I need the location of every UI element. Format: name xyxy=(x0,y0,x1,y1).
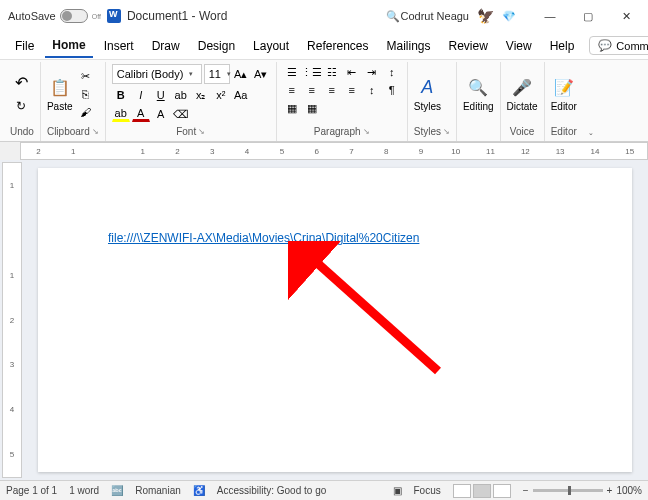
editing-button[interactable]: 🔍 Editing xyxy=(463,77,494,112)
highlight-icon[interactable]: ab xyxy=(112,106,130,122)
expand-icon[interactable]: ↘ xyxy=(198,127,205,136)
diamond-icon[interactable]: 💎 xyxy=(502,10,516,23)
zoom-in-button[interactable]: + xyxy=(607,485,613,496)
autosave-state: Off xyxy=(92,13,101,20)
format-painter-icon[interactable]: 🖌 xyxy=(76,104,94,120)
borders-icon[interactable]: ▦ xyxy=(303,100,321,116)
group-paragraph: ☰ ⋮☰ ☷ ⇤ ⇥ ↕ ≡ ≡ ≡ ≡ ↕ ¶ ▦ ▦ Paragraph↘ xyxy=(277,62,408,141)
redo-icon[interactable]: ↻ xyxy=(10,95,32,117)
dictate-button[interactable]: 🎤 Dictate xyxy=(507,77,538,112)
status-accessibility[interactable]: Accessibility: Good to go xyxy=(217,485,327,496)
status-focus[interactable]: Focus xyxy=(414,485,441,496)
bold-button[interactable]: B xyxy=(112,87,130,103)
mic-icon: 🎤 xyxy=(511,77,533,99)
menu-mailings[interactable]: Mailings xyxy=(379,35,437,57)
group-font: Calibri (Body)▾ 11▾ A▴ A▾ B I U ab x₂ x²… xyxy=(106,62,277,141)
zoom-level[interactable]: 100% xyxy=(616,485,642,496)
numbering-icon[interactable]: ⋮☰ xyxy=(303,64,321,80)
font-size-select[interactable]: 11▾ xyxy=(204,64,230,84)
group-undo: ↶ ↻ Undo xyxy=(4,62,41,141)
search-icon[interactable]: 🔍 xyxy=(385,10,401,23)
paste-button[interactable]: 📋 Paste xyxy=(47,77,73,112)
editor-button[interactable]: 📝 Editor xyxy=(551,77,577,112)
strike-button[interactable]: ab xyxy=(172,87,190,103)
expand-icon[interactable]: ↘ xyxy=(92,127,99,136)
expand-icon[interactable]: ↘ xyxy=(363,127,370,136)
shrink-font-icon[interactable]: A▾ xyxy=(252,66,270,82)
show-marks-icon[interactable]: ¶ xyxy=(383,82,401,98)
close-button[interactable]: ✕ xyxy=(608,2,644,30)
menu-references[interactable]: References xyxy=(300,35,375,57)
line-spacing-icon[interactable]: ↕ xyxy=(363,82,381,98)
align-left-icon[interactable]: ≡ xyxy=(283,82,301,98)
change-case-icon[interactable]: Aa xyxy=(232,87,250,103)
undo-icon[interactable]: ↶ xyxy=(10,71,32,93)
menu-review[interactable]: Review xyxy=(442,35,495,57)
italic-button[interactable]: I xyxy=(132,87,150,103)
text-effects-icon[interactable]: A xyxy=(152,106,170,122)
copy-icon[interactable]: ⎘ xyxy=(76,86,94,102)
menu-design[interactable]: Design xyxy=(191,35,242,57)
menu-file[interactable]: File xyxy=(8,35,41,57)
minimize-button[interactable]: — xyxy=(532,2,568,30)
editor-icon: 📝 xyxy=(553,77,575,99)
web-layout-button[interactable] xyxy=(493,484,511,498)
zoom-out-button[interactable]: − xyxy=(523,485,529,496)
shading-icon[interactable]: ▦ xyxy=(283,100,301,116)
font-name-select[interactable]: Calibri (Body)▾ xyxy=(112,64,202,84)
status-words[interactable]: 1 word xyxy=(69,485,99,496)
annotation-arrow xyxy=(288,241,458,381)
grow-font-icon[interactable]: A▴ xyxy=(232,66,250,82)
comments-button[interactable]: 💬 Comments ▾ xyxy=(589,36,648,55)
multilevel-icon[interactable]: ☷ xyxy=(323,64,341,80)
menu-view[interactable]: View xyxy=(499,35,539,57)
align-right-icon[interactable]: ≡ xyxy=(323,82,341,98)
menu-help[interactable]: Help xyxy=(543,35,582,57)
accessibility-icon: ♿ xyxy=(193,485,205,496)
zoom-slider[interactable] xyxy=(533,489,603,492)
expand-icon[interactable]: ↘ xyxy=(443,127,450,136)
font-color-icon[interactable]: A xyxy=(132,106,150,122)
document-page[interactable]: file:///\\ZENWIFI-AX\Media\Movies\Crina\… xyxy=(38,168,632,472)
group-editing: 🔍 Editing xyxy=(457,62,501,141)
sort-icon[interactable]: ↕ xyxy=(383,64,401,80)
justify-icon[interactable]: ≡ xyxy=(343,82,361,98)
menu-layout[interactable]: Layout xyxy=(246,35,296,57)
align-center-icon[interactable]: ≡ xyxy=(303,82,321,98)
print-layout-button[interactable] xyxy=(473,484,491,498)
cut-icon[interactable]: ✂ xyxy=(76,68,94,84)
maximize-button[interactable]: ▢ xyxy=(570,2,606,30)
read-mode-button[interactable] xyxy=(453,484,471,498)
subscript-button[interactable]: x₂ xyxy=(192,87,210,103)
menu-draw[interactable]: Draw xyxy=(145,35,187,57)
ribbon: ↶ ↻ Undo 📋 Paste ✂ ⎘ 🖌 Clipboard↘ Calibr… xyxy=(0,60,648,142)
superscript-button[interactable]: x² xyxy=(212,87,230,103)
group-clipboard: 📋 Paste ✂ ⎘ 🖌 Clipboard↘ xyxy=(41,62,106,141)
user-avatar-icon[interactable]: 🦅 xyxy=(477,8,494,24)
increase-indent-icon[interactable]: ⇥ xyxy=(363,64,381,80)
group-editor: 📝 Editor Editor xyxy=(545,62,583,141)
lang-icon: 🔤 xyxy=(111,485,123,496)
window-title: Document1 - Word xyxy=(121,9,385,23)
decrease-indent-icon[interactable]: ⇤ xyxy=(343,64,361,80)
comment-icon: 💬 xyxy=(598,39,612,52)
save-icon[interactable] xyxy=(107,9,121,23)
clear-format-icon[interactable]: ⌫ xyxy=(172,106,190,122)
status-page[interactable]: Page 1 of 1 xyxy=(6,485,57,496)
menu-home[interactable]: Home xyxy=(45,34,92,58)
find-icon: 🔍 xyxy=(467,77,489,99)
horizontal-ruler[interactable]: 21123456789101112131415 xyxy=(20,142,648,160)
hyperlink[interactable]: file:///\\ZENWIFI-AX\Media\Movies\Crina\… xyxy=(108,231,419,245)
vertical-ruler[interactable]: 112345 xyxy=(2,162,22,478)
workspace: 112345 file:///\\ZENWIFI-AX\Media\Movies… xyxy=(0,160,648,480)
toggle-switch[interactable] xyxy=(60,9,88,23)
autosave-toggle[interactable]: AutoSave Off xyxy=(8,9,101,23)
bullets-icon[interactable]: ☰ xyxy=(283,64,301,80)
ribbon-collapse-icon[interactable]: ⌄ xyxy=(588,129,594,137)
title-bar: AutoSave Off Document1 - Word 🔍 Codrut N… xyxy=(0,0,648,32)
styles-button[interactable]: A Styles xyxy=(414,77,441,112)
underline-button[interactable]: U xyxy=(152,87,170,103)
svg-line-0 xyxy=(306,253,438,371)
status-language[interactable]: Romanian xyxy=(135,485,181,496)
menu-insert[interactable]: Insert xyxy=(97,35,141,57)
